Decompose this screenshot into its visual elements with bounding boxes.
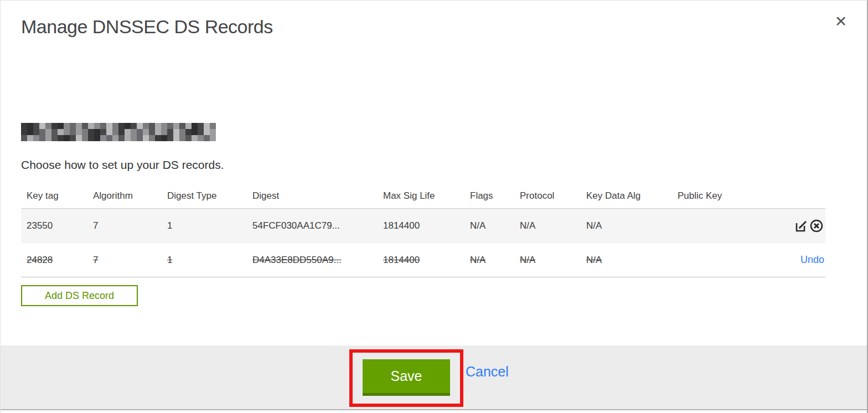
cancel-link[interactable]: Cancel	[466, 364, 509, 380]
cell-protocol: N/A	[514, 220, 581, 231]
cell-flags: N/A	[464, 255, 514, 266]
edit-record-icon[interactable]	[793, 218, 809, 234]
dnssec-modal: Manage DNSSEC DS Records ✕ Choose how to…	[0, 0, 868, 413]
cell-algorithm: 7	[87, 220, 162, 231]
col-header-algorithm: Algorithm	[87, 190, 162, 202]
col-header-digest-type: Digest Type	[162, 190, 247, 202]
row-actions: Undo	[744, 254, 825, 266]
col-header-public-key: Public Key	[672, 190, 744, 202]
cell-digest: 54FCF030AA1C79...	[247, 220, 378, 231]
row-actions	[744, 218, 825, 234]
instruction-text: Choose how to set up your DS records.	[21, 158, 224, 172]
redacted-domain-name	[21, 123, 216, 141]
cell-key-data-alg: N/A	[581, 220, 672, 231]
col-header-key-data-alg: Key Data Alg	[581, 190, 672, 202]
ds-records-table: Key tag Algorithm Digest Type Digest Max…	[21, 183, 825, 277]
cell-algorithm: 7	[87, 255, 162, 266]
col-header-digest: Digest	[247, 190, 378, 202]
undo-link[interactable]: Undo	[800, 254, 824, 266]
table-header-row: Key tag Algorithm Digest Type Digest Max…	[21, 183, 825, 208]
table-row-deleted: 24828 7 1 D4A33E8DD550A9... 1814400 N/A …	[21, 243, 825, 277]
cell-digest: D4A33E8DD550A9...	[247, 255, 378, 266]
modal-footer: Save Cancel	[1, 345, 867, 410]
cell-digest-type: 1	[162, 255, 247, 266]
cell-flags: N/A	[464, 220, 514, 231]
cell-key-tag: 24828	[21, 255, 87, 266]
col-header-max-sig-life: Max Sig Life	[378, 190, 464, 202]
close-icon[interactable]: ✕	[831, 12, 851, 32]
col-header-protocol: Protocol	[514, 190, 581, 202]
page-title: Manage DNSSEC DS Records	[21, 16, 273, 38]
cell-protocol: N/A	[514, 255, 581, 266]
cell-digest-type: 1	[162, 220, 247, 231]
col-header-flags: Flags	[464, 190, 514, 202]
cell-max-sig-life: 1814400	[378, 255, 464, 266]
add-ds-record-button[interactable]: Add DS Record	[21, 285, 138, 306]
cell-key-tag: 23550	[21, 220, 87, 231]
cell-max-sig-life: 1814400	[378, 220, 464, 231]
col-header-key-tag: Key tag	[21, 190, 87, 202]
cell-key-data-alg: N/A	[581, 255, 672, 266]
delete-record-icon[interactable]	[809, 218, 824, 234]
table-row: 23550 7 1 54FCF030AA1C79... 1814400 N/A …	[21, 208, 825, 243]
save-button[interactable]: Save	[363, 359, 450, 396]
